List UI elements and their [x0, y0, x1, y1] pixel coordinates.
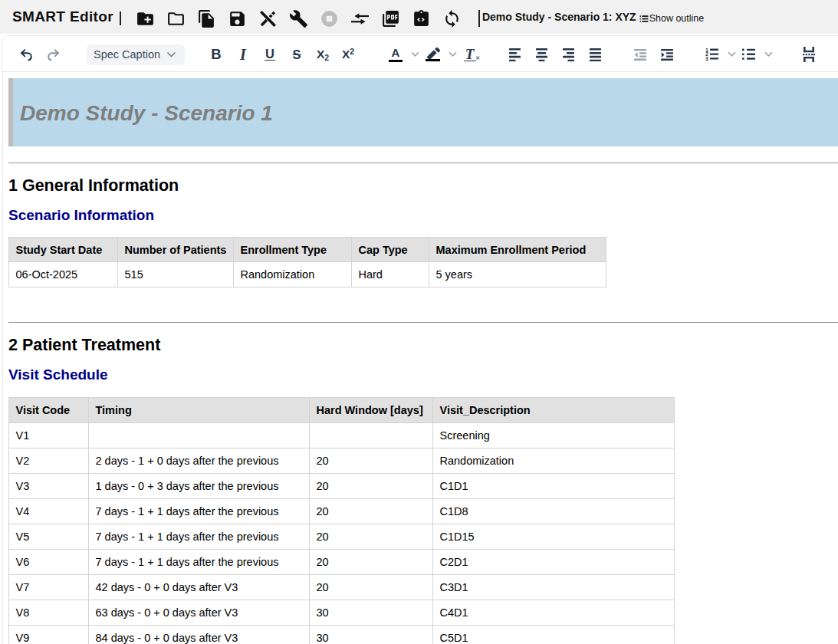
svg-text:3: 3 — [705, 56, 708, 61]
